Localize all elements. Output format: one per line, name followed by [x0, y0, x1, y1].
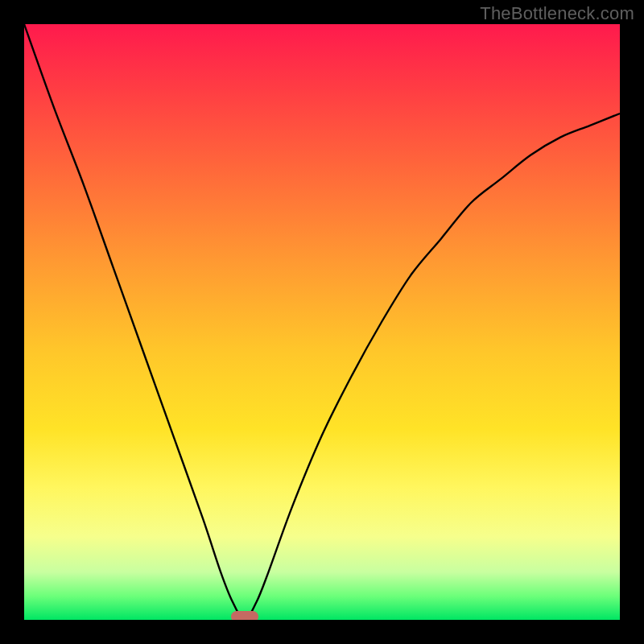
- optimal-marker: [231, 611, 258, 620]
- watermark-text: TheBottleneck.com: [480, 3, 634, 24]
- bottleneck-curve: [24, 24, 620, 620]
- plot-area: [24, 24, 620, 620]
- chart-frame: TheBottleneck.com: [0, 0, 644, 644]
